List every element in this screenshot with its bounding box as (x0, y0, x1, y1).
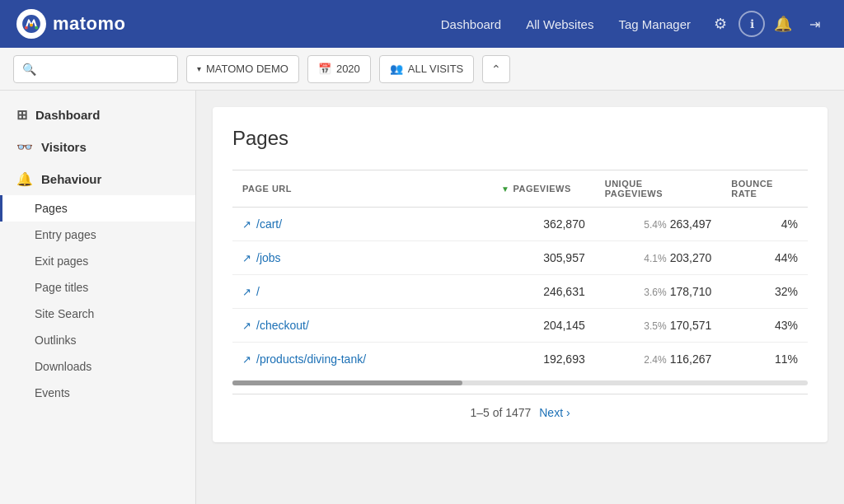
exit-pages-label: Exit pages (35, 254, 88, 268)
page-titles-label: Page titles (35, 281, 88, 294)
top-navigation: matomo Dashboard All Websites Tag Manage… (0, 0, 844, 48)
pageviews-cell-4: 192,693 (491, 343, 595, 376)
subheader: 🔍 ▾ MATOMO DEMO 📅 2020 👥 ALL VISITS ⌃ (0, 48, 844, 91)
users-icon: 👥 (390, 63, 403, 75)
url-cell-4: ↗ /products/diving-tank/ (232, 343, 491, 376)
th-pageviews[interactable]: ▼PAGEVIEWS (491, 170, 595, 208)
behaviour-icon: 🔔 (16, 171, 33, 187)
nav-all-websites[interactable]: All Websites (526, 17, 593, 31)
segment-filter-label: ALL VISITS (408, 63, 463, 75)
th-page-url: PAGE URL (232, 170, 491, 208)
info-icon[interactable]: ℹ (738, 11, 765, 37)
bounce-cell-2: 32% (721, 275, 808, 309)
segment-filter-button[interactable]: 👥 ALL VISITS (379, 55, 474, 83)
sidebar-sub-events[interactable]: Events (0, 380, 195, 406)
content-card: Pages PAGE URL ▼PAGEVIEWS UNIQUEPAGEVIEW… (213, 107, 828, 442)
sidebar-sub-page-titles[interactable]: Page titles (0, 274, 195, 301)
date-filter-label: 2020 (336, 63, 360, 75)
search-icon: 🔍 (22, 63, 36, 76)
th-unique-pageviews: UNIQUEPAGEVIEWS (595, 170, 722, 208)
pageviews-cell-1: 305,957 (491, 241, 595, 275)
logo-area[interactable]: matomo (16, 9, 126, 39)
search-box[interactable]: 🔍 (13, 55, 178, 83)
chevron-down-icon: ▾ (197, 64, 201, 73)
url-link-2[interactable]: / (256, 285, 260, 298)
external-link-icon: ↗ (242, 252, 251, 264)
sidebar-sub-exit-pages[interactable]: Exit pages (0, 248, 195, 274)
gear-icon[interactable]: ⚙ (707, 11, 734, 37)
site-filter-label: MATOMO DEMO (206, 63, 288, 75)
sidebar-sub-entry-pages[interactable]: Entry pages (0, 222, 195, 248)
pagination-range: 1–5 of 1477 (470, 406, 531, 419)
url-link-3[interactable]: /checkout/ (256, 319, 309, 332)
sidebar-sub-pages[interactable]: Pages (0, 195, 195, 222)
sort-arrow-icon: ▼ (501, 184, 509, 194)
sidebar-sub-site-search[interactable]: Site Search (0, 301, 195, 327)
bounce-cell-4: 11% (721, 343, 808, 376)
signout-icon[interactable]: ⇥ (801, 11, 828, 37)
site-filter-button[interactable]: ▾ MATOMO DEMO (186, 55, 299, 83)
nav-tag-manager[interactable]: Tag Manager (618, 17, 691, 31)
chevron-up-icon: ⌃ (491, 63, 501, 76)
nav-icons: ⚙ ℹ 🔔 ⇥ (707, 11, 828, 37)
sidebar-item-visitors[interactable]: 👓 Visitors (0, 131, 195, 163)
bounce-cell-1: 44% (721, 241, 808, 275)
url-cell-1: ↗ /jobs (232, 241, 491, 275)
collapse-button[interactable]: ⌃ (482, 55, 510, 83)
search-input[interactable] (41, 63, 169, 75)
sidebar-item-behaviour[interactable]: 🔔 Behaviour (0, 163, 195, 195)
table-body: ↗ /cart/ 362,870 5.4%263,497 4% ↗ /jobs … (232, 208, 808, 376)
sidebar: ⊞ Dashboard 👓 Visitors 🔔 Behaviour Pages… (0, 91, 196, 504)
main-content: Pages PAGE URL ▼PAGEVIEWS UNIQUEPAGEVIEW… (196, 91, 844, 504)
unique-cell-2: 3.6%178,710 (595, 275, 722, 309)
bounce-cell-0: 4% (721, 208, 808, 241)
sidebar-item-dashboard[interactable]: ⊞ Dashboard (0, 99, 195, 131)
url-link-4[interactable]: /products/diving-tank/ (256, 352, 366, 366)
horizontal-scrollbar[interactable] (232, 376, 808, 394)
events-label: Events (35, 386, 70, 399)
th-bounce-rate: BOUNCERATE (721, 170, 808, 208)
sidebar-sub-outlinks[interactable]: Outlinks (0, 327, 195, 353)
entry-pages-label: Entry pages (35, 228, 96, 241)
table-row: ↗ / 246,631 3.6%178,710 32% (232, 275, 808, 309)
pageviews-cell-2: 246,631 (491, 275, 595, 309)
sidebar-dashboard-label: Dashboard (35, 108, 100, 122)
bell-icon[interactable]: 🔔 (770, 11, 796, 37)
url-link-0[interactable]: /cart/ (256, 217, 282, 231)
table-header: PAGE URL ▼PAGEVIEWS UNIQUEPAGEVIEWS BOUN… (232, 170, 808, 208)
site-search-label: Site Search (35, 307, 94, 320)
pct-4: 2.4% (644, 354, 666, 366)
pagination: 1–5 of 1477 Next › (232, 394, 808, 422)
unique-cell-4: 2.4%116,267 (595, 343, 722, 376)
pages-label: Pages (35, 202, 68, 215)
external-link-icon: ↗ (242, 353, 251, 366)
svg-point-3 (35, 26, 38, 30)
svg-point-4 (30, 24, 33, 27)
date-filter-button[interactable]: 📅 2020 (307, 55, 371, 83)
table-row: ↗ /jobs 305,957 4.1%203,270 44% (232, 241, 808, 275)
table-row: ↗ /products/diving-tank/ 192,693 2.4%116… (232, 343, 808, 376)
grid-icon: ⊞ (16, 107, 27, 123)
unique-cell-0: 5.4%263,497 (595, 208, 722, 241)
pct-3: 3.5% (644, 320, 666, 332)
bounce-cell-3: 43% (721, 309, 808, 343)
unique-cell-1: 4.1%203,270 (595, 241, 722, 275)
sidebar-behaviour-label: Behaviour (41, 172, 101, 186)
pct-1: 4.1% (644, 253, 666, 264)
page-title: Pages (232, 127, 808, 150)
external-link-icon: ↗ (242, 320, 251, 332)
sidebar-sub-downloads[interactable]: Downloads (0, 353, 195, 380)
next-link[interactable]: Next › (539, 406, 570, 419)
calendar-icon: 📅 (318, 63, 331, 75)
nav-dashboard[interactable]: Dashboard (441, 17, 501, 31)
table-row: ↗ /checkout/ 204,145 3.5%170,571 43% (232, 309, 808, 343)
url-cell-2: ↗ / (232, 275, 491, 309)
pct-2: 3.6% (644, 287, 666, 298)
pages-table: PAGE URL ▼PAGEVIEWS UNIQUEPAGEVIEWS BOUN… (232, 170, 808, 376)
pageviews-cell-3: 204,145 (491, 309, 595, 343)
main-layout: ⊞ Dashboard 👓 Visitors 🔔 Behaviour Pages… (0, 91, 844, 504)
unique-cell-3: 3.5%170,571 (595, 309, 722, 343)
url-link-1[interactable]: /jobs (256, 251, 281, 264)
url-cell-3: ↗ /checkout/ (232, 309, 491, 343)
sidebar-visitors-label: Visitors (41, 140, 87, 154)
